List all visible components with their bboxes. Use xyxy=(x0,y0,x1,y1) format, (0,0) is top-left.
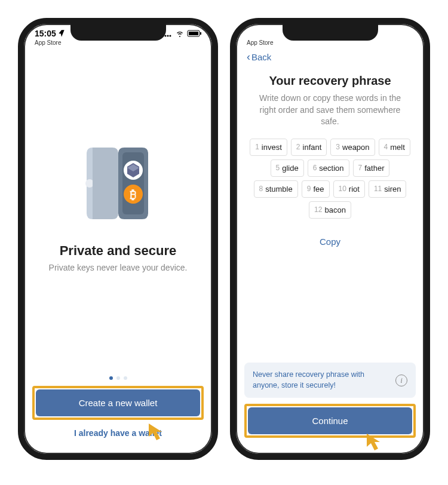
dot-2 xyxy=(116,376,120,380)
page-dots xyxy=(32,376,204,380)
recovery-content: Your recovery phrase Write down or copy … xyxy=(244,69,416,363)
phone-right: App Store ‹ Back Your recovery phrase Wr… xyxy=(230,18,430,460)
recovery-title: Your recovery phrase xyxy=(244,74,416,88)
word-number: 5 xyxy=(276,164,280,172)
status-right xyxy=(162,30,201,37)
word-number: 7 xyxy=(358,164,363,172)
word-number: 3 xyxy=(336,143,340,151)
word-text: section xyxy=(319,164,343,173)
battery-icon xyxy=(187,30,201,37)
already-have-wallet-button[interactable]: I already have a wallet xyxy=(32,428,204,438)
word-text: father xyxy=(364,164,384,173)
continue-button[interactable]: Continue xyxy=(248,407,412,434)
word-number: 9 xyxy=(307,185,311,193)
word-text: stumble xyxy=(265,185,293,194)
onboarding-title: Private and secure xyxy=(60,243,177,259)
word-number: 2 xyxy=(296,143,300,151)
word-text: infant xyxy=(303,143,322,152)
cursor-icon xyxy=(364,431,386,453)
center-content: ₿ Private and secure Private keys never … xyxy=(32,46,204,369)
warning-text: Never share recovery phrase with anyone,… xyxy=(253,370,389,391)
svg-point-1 xyxy=(165,35,167,37)
word-text: fee xyxy=(313,185,324,194)
word-chip: 2infant xyxy=(291,139,327,156)
word-number: 6 xyxy=(313,164,317,172)
word-text: riot xyxy=(349,185,360,194)
word-text: weapon xyxy=(342,143,370,152)
word-chip: 6section xyxy=(308,159,349,177)
location-icon xyxy=(57,29,66,38)
highlight-create: Create a new wallet xyxy=(32,386,204,420)
phone-left: 15:05 App Store ₿ Private and secu xyxy=(18,18,218,460)
word-text: bacon xyxy=(324,205,345,214)
word-number: 1 xyxy=(255,143,259,151)
highlight-continue: Continue xyxy=(244,404,416,438)
svg-text:₿: ₿ xyxy=(130,188,136,201)
notch xyxy=(70,24,166,41)
create-wallet-button[interactable]: Create a new wallet xyxy=(36,389,200,416)
svg-rect-6 xyxy=(200,32,201,35)
word-text: siren xyxy=(384,185,401,194)
word-chip: 8stumble xyxy=(254,180,298,198)
word-chip: 7father xyxy=(353,159,390,177)
copy-button[interactable]: Copy xyxy=(320,237,340,247)
svg-point-7 xyxy=(85,179,94,188)
word-number: 8 xyxy=(259,185,263,193)
onboarding-screen: ₿ Private and secure Private keys never … xyxy=(24,46,212,446)
back-button[interactable]: ‹ Back xyxy=(244,46,416,69)
word-number: 12 xyxy=(314,205,322,214)
word-chip: 3weapon xyxy=(330,139,375,156)
recovery-subtitle: Write down or copy these words in the ri… xyxy=(244,93,416,128)
word-text: melt xyxy=(390,143,405,152)
cursor-icon xyxy=(146,421,168,443)
info-icon[interactable]: i xyxy=(395,375,407,386)
word-chip: 9fee xyxy=(302,180,330,198)
safe-illustration: ₿ xyxy=(79,142,157,225)
word-text: invest xyxy=(262,143,282,152)
word-text: glide xyxy=(282,164,298,173)
dot-1 xyxy=(109,376,113,380)
word-number: 4 xyxy=(384,143,388,151)
svg-point-2 xyxy=(167,35,169,37)
notch xyxy=(283,24,378,41)
word-chip: 11siren xyxy=(369,180,407,198)
word-number: 10 xyxy=(339,185,346,193)
dot-3 xyxy=(124,376,127,380)
recovery-screen: ‹ Back Your recovery phrase Write down o… xyxy=(236,46,424,446)
word-chip: 12bacon xyxy=(309,201,351,219)
word-chip: 4melt xyxy=(379,139,410,156)
word-chip: 10riot xyxy=(333,180,365,198)
chevron-left-icon: ‹ xyxy=(247,51,250,63)
svg-point-3 xyxy=(170,35,171,37)
svg-rect-5 xyxy=(189,32,198,35)
warning-box: Never share recovery phrase with anyone,… xyxy=(244,363,416,398)
word-chip: 1invest xyxy=(250,139,287,156)
words-grid: 1invest2infant3weapon4melt5glide6section… xyxy=(244,139,416,219)
onboarding-subtitle: Private keys never leave your device. xyxy=(43,262,194,274)
word-number: 11 xyxy=(374,185,382,193)
word-chip: 5glide xyxy=(271,159,304,177)
status-time: 15:05 xyxy=(35,29,56,38)
back-label: Back xyxy=(251,52,271,62)
wifi-icon xyxy=(175,30,185,37)
